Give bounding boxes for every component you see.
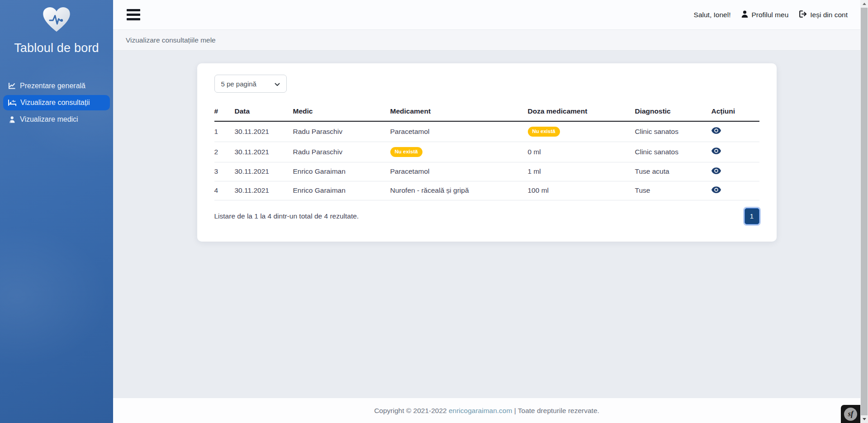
copyright-text: Copyright © 2021-2022 enricogaraiman.com… bbox=[374, 407, 599, 415]
per-page-select[interactable]: 5 pe pagină bbox=[214, 75, 287, 93]
sidebar-item-label: Vizualizare consultații bbox=[20, 99, 90, 107]
consultations-table: # Data Medic Medicament Doza medicament … bbox=[214, 103, 759, 200]
cell-dose: Nu există bbox=[528, 121, 635, 142]
hospital-bed-icon bbox=[8, 99, 16, 106]
sidebar-item-prezentare-generala[interactable]: Prezentare generală bbox=[3, 78, 110, 94]
cell-diagnostic: Tuse acuta bbox=[635, 162, 711, 181]
eye-icon bbox=[711, 127, 721, 134]
cell-date: 30.11.2021 bbox=[235, 181, 293, 200]
cell-actions bbox=[711, 162, 759, 181]
cell-dose: 100 ml bbox=[528, 181, 635, 200]
user-doctor-icon bbox=[8, 116, 16, 123]
cell-actions bbox=[711, 181, 759, 200]
breadcrumb-label: Vizualizare consultațiile mele bbox=[126, 36, 216, 44]
main-area: Salut, Ionel! Profilul meu bbox=[113, 0, 860, 423]
cell-medic: Radu Paraschiv bbox=[293, 142, 390, 162]
table-row: 1 30.11.2021 Radu Paraschiv Paracetamol … bbox=[214, 121, 759, 142]
view-consultation-button[interactable] bbox=[711, 167, 721, 174]
cell-dose: 0 ml bbox=[528, 142, 635, 162]
scrollbar-track[interactable] bbox=[860, 0, 868, 423]
breadcrumb: Vizualizare consultațiile mele bbox=[113, 29, 860, 51]
status-badge: Nu există bbox=[390, 147, 422, 157]
copyright-prefix: Copyright © 2021-2022 bbox=[374, 407, 449, 414]
scrollbar-thumb[interactable] bbox=[861, 8, 868, 415]
table-row: 2 30.11.2021 Radu Paraschiv Nu există 0 … bbox=[214, 142, 759, 162]
sidebar-nav: Prezentare generală Vizualizare consulta… bbox=[0, 78, 113, 127]
cell-medic: Radu Paraschiv bbox=[293, 121, 390, 142]
cell-medicament: Nurofen - răceală și gripă bbox=[390, 181, 528, 200]
eye-icon bbox=[711, 167, 721, 174]
chevron-down-icon bbox=[275, 80, 280, 88]
sidebar: Tabloul de bord Prezentare generală bbox=[0, 0, 113, 423]
logout-link[interactable]: Ieși din cont bbox=[799, 10, 848, 19]
col-header-diagnostic: Diagnostic bbox=[635, 103, 711, 121]
logout-label: Ieși din cont bbox=[810, 11, 848, 19]
col-header-medicament: Medicament bbox=[390, 103, 528, 121]
page-footer: Copyright © 2021-2022 enricogaraiman.com… bbox=[113, 398, 860, 423]
user-icon bbox=[741, 10, 748, 19]
app-title: Tabloul de bord bbox=[11, 40, 102, 57]
cell-index: 3 bbox=[214, 162, 235, 181]
cell-diagnostic: Clinic sanatos bbox=[635, 121, 711, 142]
cell-medic: Enrico Garaiman bbox=[293, 181, 390, 200]
consultations-card: 5 pe pagină # Data Medic bbox=[197, 63, 777, 242]
results-summary: Listare de la 1 la 4 dintr-un total de 4… bbox=[214, 212, 359, 220]
cell-index: 1 bbox=[214, 121, 235, 142]
symfony-logo-icon: sf bbox=[844, 408, 857, 421]
sidebar-item-vizualizare-medici[interactable]: Vizualizare medici bbox=[3, 112, 110, 127]
cell-date: 30.11.2021 bbox=[235, 121, 293, 142]
per-page-value: 5 pe pagină bbox=[221, 80, 256, 88]
cell-index: 2 bbox=[214, 142, 235, 162]
sign-out-icon bbox=[799, 10, 807, 19]
pagination-page-1[interactable]: 1 bbox=[745, 208, 759, 224]
profile-link[interactable]: Profilul meu bbox=[741, 10, 788, 19]
footer-site-link[interactable]: enricogaraiman.com bbox=[449, 407, 512, 414]
chart-line-icon bbox=[8, 82, 16, 90]
topbar: Salut, Ionel! Profilul meu bbox=[113, 0, 860, 29]
app-logo bbox=[0, 0, 113, 35]
col-header-actiuni: Acțiuni bbox=[711, 103, 759, 121]
sidebar-item-label: Vizualizare medici bbox=[20, 115, 78, 124]
user-greeting: Salut, Ionel! bbox=[694, 11, 731, 19]
col-header-index: # bbox=[214, 103, 235, 121]
view-consultation-button[interactable] bbox=[711, 147, 721, 154]
scroll-down-arrow[interactable] bbox=[860, 415, 868, 423]
cell-diagnostic: Clinic sanatos bbox=[635, 142, 711, 162]
view-consultation-button[interactable] bbox=[711, 186, 721, 193]
content-area: 5 pe pagină # Data Medic bbox=[113, 51, 860, 398]
cell-medicament: Nu există bbox=[390, 142, 528, 162]
heart-pulse-icon bbox=[42, 6, 71, 33]
view-consultation-button[interactable] bbox=[711, 127, 721, 134]
cell-actions bbox=[711, 142, 759, 162]
cell-medicament: Paracetamol bbox=[390, 162, 528, 181]
copyright-suffix: | Toate drepturile rezervate. bbox=[512, 407, 599, 414]
cell-date: 30.11.2021 bbox=[235, 142, 293, 162]
profile-label: Profilul meu bbox=[751, 11, 788, 19]
col-header-doza: Doza medicament bbox=[528, 103, 635, 121]
menu-toggle-button[interactable] bbox=[126, 5, 141, 24]
eye-icon bbox=[711, 147, 721, 154]
cell-index: 4 bbox=[214, 181, 235, 200]
scroll-up-arrow[interactable] bbox=[860, 0, 868, 8]
sidebar-item-vizualizare-consultatii[interactable]: Vizualizare consultații bbox=[3, 95, 110, 110]
col-header-data: Data bbox=[235, 103, 293, 121]
cell-diagnostic: Tuse bbox=[635, 181, 711, 200]
status-badge: Nu există bbox=[528, 127, 560, 137]
cell-medicament: Paracetamol bbox=[390, 121, 528, 142]
cell-date: 30.11.2021 bbox=[235, 162, 293, 181]
cell-medic: Enrico Garaiman bbox=[293, 162, 390, 181]
sidebar-item-label: Prezentare generală bbox=[20, 82, 85, 90]
table-header-row: # Data Medic Medicament Doza medicament … bbox=[214, 103, 759, 121]
table-row: 3 30.11.2021 Enrico Garaiman Paracetamol… bbox=[214, 162, 759, 181]
symfony-debug-toolbar-toggle[interactable]: sf bbox=[841, 405, 860, 423]
cell-actions bbox=[711, 121, 759, 142]
table-footer: Listare de la 1 la 4 dintr-un total de 4… bbox=[214, 208, 759, 224]
cell-dose: 1 ml bbox=[528, 162, 635, 181]
topbar-right: Salut, Ionel! Profilul meu bbox=[694, 10, 848, 19]
eye-icon bbox=[711, 186, 721, 193]
table-row: 4 30.11.2021 Enrico Garaiman Nurofen - r… bbox=[214, 181, 759, 200]
col-header-medic: Medic bbox=[293, 103, 390, 121]
